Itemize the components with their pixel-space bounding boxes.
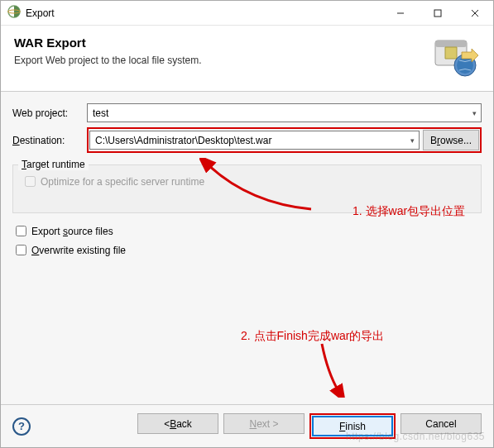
web-project-value: test xyxy=(93,107,108,119)
web-project-combo[interactable]: test ▾ xyxy=(87,103,482,122)
window-controls xyxy=(381,1,493,25)
eclipse-icon xyxy=(7,5,21,21)
target-runtime-group: Target runtime Optimize for a specific s… xyxy=(12,164,482,213)
optimize-runtime-label: Optimize for a specific server runtime xyxy=(41,176,204,188)
dialog-footer: ? < Back Next > Finish Cancel xyxy=(1,404,493,447)
button-row: < Back Next > Finish Cancel xyxy=(137,413,482,439)
overwrite-row[interactable]: Overwrite existing file xyxy=(12,242,482,258)
finish-highlight: Finish xyxy=(309,413,396,439)
target-runtime-title: Target runtime xyxy=(18,159,89,170)
destination-combo[interactable]: C:\Users\Administrator\Desktop\test.war … xyxy=(89,131,420,150)
destination-highlight: C:\Users\Administrator\Desktop\test.war … xyxy=(87,127,482,153)
overwrite-label: Overwrite existing file xyxy=(31,245,126,256)
export-source-checkbox[interactable] xyxy=(16,226,26,236)
finish-button[interactable]: Finish xyxy=(312,416,393,436)
export-source-row[interactable]: Export source files xyxy=(12,223,482,239)
options-checks: Export source files Overwrite existing f… xyxy=(12,223,482,261)
svg-rect-3 xyxy=(434,10,441,17)
optimize-runtime-checkbox xyxy=(25,176,36,187)
browse-button[interactable]: Browse... xyxy=(423,130,479,150)
close-button[interactable] xyxy=(456,1,493,25)
minimize-button[interactable] xyxy=(381,1,419,25)
maximize-button[interactable] xyxy=(419,1,456,25)
titlebar: Export xyxy=(1,1,493,26)
back-button[interactable]: < Back xyxy=(137,413,218,434)
destination-value: C:\Users\Administrator\Desktop\test.war xyxy=(95,135,271,146)
web-project-row: Web project: test ▾ xyxy=(12,103,482,122)
destination-label: Destination: xyxy=(12,135,87,146)
overwrite-checkbox[interactable] xyxy=(16,245,26,255)
dialog-title: WAR Export xyxy=(14,36,430,50)
cancel-button[interactable]: Cancel xyxy=(400,413,482,434)
window-title: Export xyxy=(26,7,55,19)
dialog-content: Web project: test ▾ Destination: C:\User… xyxy=(1,92,493,404)
export-source-label: Export source files xyxy=(31,226,113,237)
dialog-subtitle: Export Web project to the local file sys… xyxy=(14,55,430,66)
next-button: Next > xyxy=(223,413,305,434)
dialog-header: WAR Export Export Web project to the loc… xyxy=(1,26,493,92)
web-project-label: Web project: xyxy=(12,107,87,119)
destination-row: Destination: C:\Users\Administrator\Desk… xyxy=(12,127,482,153)
svg-rect-7 xyxy=(435,41,467,47)
export-dialog: Export WAR Export Export Web project to … xyxy=(0,0,494,448)
chevron-down-icon: ▾ xyxy=(472,109,477,117)
help-icon[interactable]: ? xyxy=(12,417,31,436)
war-export-icon xyxy=(430,34,480,79)
chevron-down-icon: ▾ xyxy=(410,136,415,145)
optimize-runtime-row: Optimize for a specific server runtime xyxy=(22,174,472,189)
